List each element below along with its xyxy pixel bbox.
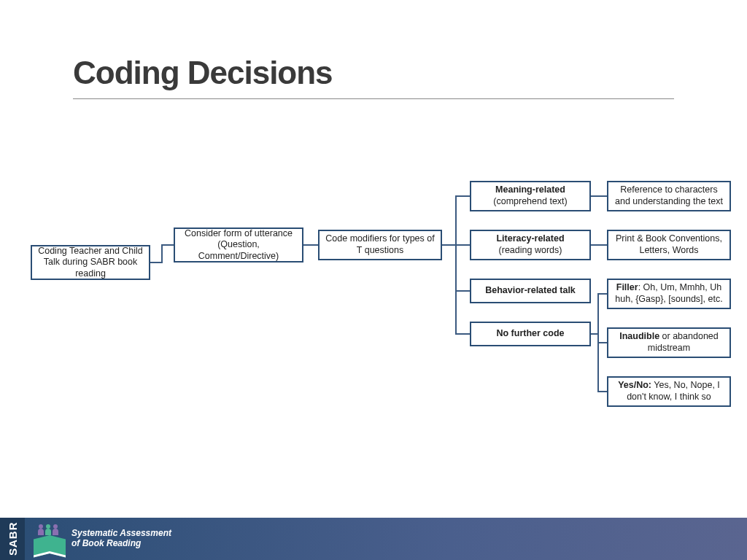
node-meaning: Meaning-related (comprehend text) xyxy=(470,181,591,211)
page-title: Coding Decisions xyxy=(73,55,333,91)
connector xyxy=(597,293,607,295)
connector xyxy=(303,244,318,246)
connector xyxy=(591,244,607,246)
connector xyxy=(455,244,470,246)
footer-line1: Systematic Assessment xyxy=(71,529,171,539)
footer-text: Systematic Assessment of Book Reading xyxy=(71,529,171,549)
node-root: Coding Teacher and Child Talk during SAB… xyxy=(31,245,150,280)
node-filler: Filler: Oh, Um, Mmhh, Uh huh, {Gasp}, [s… xyxy=(607,279,731,309)
node-text: Consider form of utterance (Question, Co… xyxy=(179,228,298,262)
node-meaning-detail: Reference to characters and understandin… xyxy=(607,181,731,211)
connector xyxy=(455,333,470,335)
node-bold: Filler xyxy=(616,282,638,292)
connector xyxy=(150,262,161,263)
connector xyxy=(597,391,607,392)
node-bold: Yes/No: xyxy=(618,380,651,390)
node-bold: Literacy-related xyxy=(496,233,564,245)
footer-line2: of Book Reading xyxy=(71,539,171,549)
book-people-icon xyxy=(34,524,66,553)
connector xyxy=(597,342,607,343)
connector xyxy=(442,244,456,246)
connector xyxy=(161,244,174,246)
footer-logo: Systematic Assessment of Book Reading xyxy=(34,524,171,553)
node-bold: Behavior-related talk xyxy=(485,285,576,297)
footer: SABR Systematic Assessment of Book Readi… xyxy=(0,518,747,560)
node-sub: (comprehend text) xyxy=(493,196,567,208)
node-behavior: Behavior-related talk xyxy=(470,279,591,303)
node-bold: Inaudible xyxy=(619,331,659,341)
node-text: Code modifiers for types of T questions xyxy=(324,233,436,256)
node-text: Coding Teacher and Child Talk during SAB… xyxy=(36,246,144,280)
node-literacy: Literacy-related (reading words) xyxy=(470,230,591,260)
title-rule xyxy=(73,98,674,99)
node-inaudible: Inaudible or abandoned midstream xyxy=(607,327,731,358)
node-form: Consider form of utterance (Question, Co… xyxy=(174,228,303,262)
node-sub: (reading words) xyxy=(499,245,562,257)
node-bold: Meaning-related xyxy=(495,184,565,196)
connector xyxy=(455,195,470,197)
connector xyxy=(161,244,163,263)
node-bold: No further code xyxy=(496,328,564,340)
node-text: Reference to characters and understandin… xyxy=(613,184,725,207)
node-modifiers: Code modifiers for types of T questions xyxy=(318,230,442,260)
connector xyxy=(591,195,607,197)
node-nofurther: No further code xyxy=(470,322,591,346)
brand-tab: SABR xyxy=(0,518,25,560)
node-text: Print & Book Conventions, Letters, Words xyxy=(613,233,725,256)
slide: Coding Decisions Coding Teacher and Chil… xyxy=(0,0,747,560)
connector xyxy=(455,290,470,292)
node-literacy-detail: Print & Book Conventions, Letters, Words xyxy=(607,230,731,260)
node-yesno: Yes/No: Yes, No, Nope, I don't know, I t… xyxy=(607,376,731,407)
connector xyxy=(455,195,457,335)
